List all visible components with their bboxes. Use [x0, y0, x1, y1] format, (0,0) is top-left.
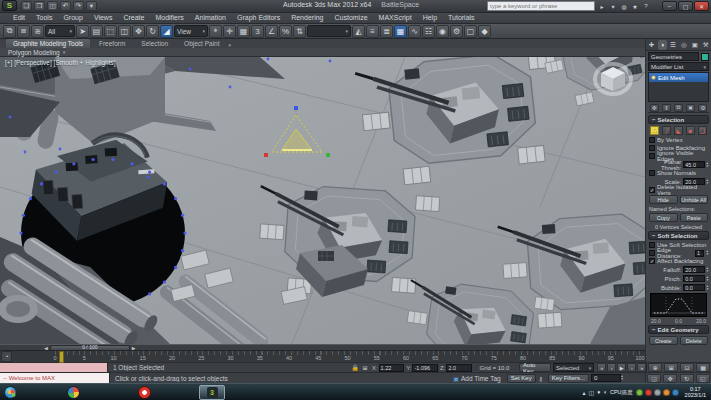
percent-snap-icon[interactable]: %: [279, 25, 292, 38]
select-and-manipulate-icon[interactable]: ✛: [223, 25, 236, 38]
zoom-extents-icon[interactable]: ⊡: [680, 363, 694, 372]
tray-orange-icon[interactable]: [663, 389, 670, 396]
pin-stack-icon[interactable]: ✜: [650, 104, 659, 112]
play-animation-icon[interactable]: ▶: [617, 363, 626, 372]
menu-tools[interactable]: Tools: [31, 14, 57, 21]
save-file-icon[interactable]: ◫: [47, 1, 58, 11]
ribbon-panel-row[interactable]: Polygon Modeling ▾: [0, 48, 645, 57]
open-file-icon[interactable]: ❐: [34, 1, 45, 11]
help-icon[interactable]: ?: [641, 1, 651, 11]
render-production-icon[interactable]: ◆: [478, 25, 491, 38]
spinner-snap-icon[interactable]: ⇅: [293, 25, 306, 38]
viewport-label[interactable]: [+] [Perspective] [Smooth + Highlights]: [5, 59, 116, 66]
graphite-ribbon-toggle-icon[interactable]: ▦: [394, 25, 407, 38]
configure-modifier-sets-icon[interactable]: ⚙: [698, 104, 707, 112]
menu-tutorials[interactable]: Tutorials: [443, 14, 480, 21]
tray-red-icon[interactable]: [645, 389, 652, 396]
schematic-view-icon[interactable]: ☷: [422, 25, 435, 38]
select-and-link-icon[interactable]: ⧉: [3, 25, 16, 38]
keyboard-shortcut-override-icon[interactable]: ▦: [237, 25, 250, 38]
menu-graph-editors[interactable]: Graph Editors: [232, 14, 285, 21]
taskbar-clock[interactable]: 0:17 2023/1/1: [685, 386, 706, 399]
redo-icon[interactable]: ↷: [73, 1, 84, 11]
window-crossing-icon[interactable]: ◫: [118, 25, 131, 38]
display-tab-icon[interactable]: ▣: [690, 40, 699, 50]
mirror-icon[interactable]: ◭: [352, 25, 365, 38]
go-to-start-icon[interactable]: «: [597, 363, 606, 372]
menu-maxscript[interactable]: MAXScript: [374, 14, 417, 21]
selection-lock-icon[interactable]: 🔒: [350, 363, 360, 372]
render-setup-icon[interactable]: ⚙: [450, 25, 463, 38]
menu-rendering[interactable]: Rendering: [286, 14, 328, 21]
z-coordinate-field[interactable]: 2.0: [446, 364, 472, 372]
selection-rollout-header[interactable]: −Selection: [648, 115, 709, 124]
track-bar[interactable]: ◔ 05101520253035404550556065707580859095…: [0, 350, 645, 362]
show-end-result-icon[interactable]: ‖: [662, 104, 671, 112]
close-button[interactable]: ✕: [694, 1, 709, 11]
favorites-icon[interactable]: ★: [630, 1, 640, 11]
delete-isolated-verts-checkbox[interactable]: ✓Delete Isolated Verts: [646, 186, 711, 194]
y-coordinate-field[interactable]: -1.096: [412, 364, 438, 372]
selection-set-dropdown[interactable]: Selected▾: [553, 363, 594, 372]
tray-blue-icon[interactable]: [672, 389, 679, 396]
edit-geometry-rollout-header[interactable]: −Edit Geometry: [648, 325, 709, 334]
pan-view-icon[interactable]: ✥: [663, 374, 677, 383]
set-key-button[interactable]: Set Key: [507, 374, 536, 383]
minimize-button[interactable]: –: [662, 1, 677, 11]
cpu-temp-tray-label[interactable]: CPU温度: [610, 389, 633, 395]
orbit-icon[interactable]: ↻: [680, 374, 694, 383]
create-button[interactable]: Create: [649, 336, 678, 345]
x-coordinate-field[interactable]: 1.22: [379, 364, 405, 372]
perspective-viewport[interactable]: [+] [Perspective] [Smooth + Highlights]: [0, 57, 645, 344]
key-filters-button[interactable]: Key Filters...: [548, 374, 589, 383]
create-tab-icon[interactable]: ✚: [647, 40, 656, 50]
show-normals-checkbox[interactable]: Show Normals: [646, 169, 711, 177]
soft-selection-rollout-header[interactable]: −Soft Selection: [648, 231, 709, 240]
current-frame-field[interactable]: 0: [591, 374, 621, 382]
taskbar-app-red-icon[interactable]: [138, 386, 151, 399]
edge-distance-checkbox[interactable]: Edge Distance:1▴▾: [646, 249, 711, 257]
taskbar-app-3dsmax-active[interactable]: 3: [199, 385, 225, 400]
reference-coordinate-system-dropdown[interactable]: View▾: [174, 25, 208, 37]
named-selection-sets-dropdown[interactable]: ▾: [307, 25, 351, 37]
application-menu-button[interactable]: S: [2, 0, 17, 11]
affect-backfacing-checkbox[interactable]: ✓Affect Backfacing: [646, 257, 711, 265]
hide-button[interactable]: Hide: [649, 195, 678, 204]
menu-help[interactable]: Help: [418, 14, 442, 21]
tray-gray-icon[interactable]: [654, 389, 661, 396]
ribbon-tab-graphite-modeling-tools[interactable]: Graphite Modeling Tools: [6, 39, 90, 48]
make-unique-icon[interactable]: ⧉: [674, 104, 683, 112]
menu-modifiers[interactable]: Modifiers: [150, 14, 188, 21]
unhide-all-button[interactable]: Unhide All: [680, 195, 709, 204]
object-color-swatch[interactable]: [701, 53, 709, 61]
snaps-toggle-icon[interactable]: 3: [251, 25, 264, 38]
object-name-field[interactable]: Geometries: [648, 52, 699, 61]
bind-to-space-warp-icon[interactable]: ≋: [31, 25, 44, 38]
zoom-extents-all-icon[interactable]: ▦: [696, 363, 710, 372]
undo-icon[interactable]: ↶: [60, 1, 71, 11]
field-of-view-icon[interactable]: ◲: [647, 374, 661, 383]
delete-button[interactable]: Delete: [680, 336, 709, 345]
tray-green-icon[interactable]: [636, 389, 643, 396]
copy-named-selection-button[interactable]: Copy: [649, 213, 678, 222]
menu-group[interactable]: Group: [58, 14, 87, 21]
qat-dropdown-arrow-icon[interactable]: ▾: [86, 1, 97, 11]
previous-frame-icon[interactable]: ‹: [607, 363, 616, 372]
ribbon-tab-selection[interactable]: Selection: [134, 39, 175, 48]
tray-window-icon[interactable]: ◫: [589, 389, 595, 396]
paste-named-selection-button[interactable]: Paste: [680, 213, 709, 222]
taskbar-app-browser-icon[interactable]: [67, 386, 80, 399]
polygon-icon[interactable]: ■: [686, 126, 695, 135]
absolute-offset-toggle-icon[interactable]: ⊞: [360, 363, 370, 372]
modifier-stack[interactable]: Edit Mesh: [648, 72, 709, 102]
search-go-icon[interactable]: ▸: [597, 1, 607, 11]
align-icon[interactable]: ≡: [366, 25, 379, 38]
select-by-name-icon[interactable]: ▤: [90, 25, 103, 38]
unlink-selection-icon[interactable]: ⧈: [17, 25, 30, 38]
edge-icon[interactable]: ╱: [662, 126, 671, 135]
menu-customize[interactable]: Customize: [329, 14, 372, 21]
modifier-list-dropdown[interactable]: Modifier List▾: [648, 62, 709, 71]
modify-tab-icon[interactable]: ◑: [658, 40, 667, 50]
select-and-move-icon[interactable]: ✥: [132, 25, 145, 38]
rendered-frame-window-icon[interactable]: ▢: [464, 25, 477, 38]
